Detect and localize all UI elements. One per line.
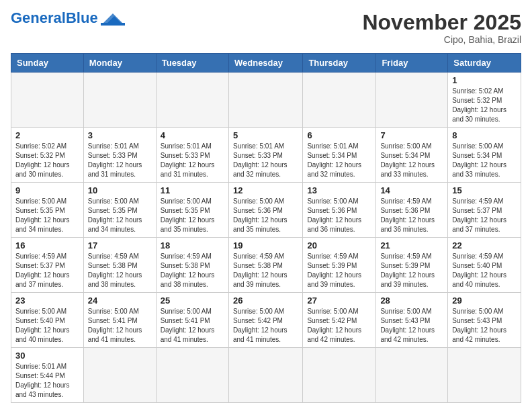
calendar-cell [303,73,376,128]
calendar-cell: 27Sunrise: 5:00 AMSunset: 5:42 PMDayligh… [303,293,376,348]
weekday-header: Tuesday [156,54,228,73]
day-number: 16 [15,240,79,250]
calendar-cell: 30Sunrise: 5:01 AMSunset: 5:44 PMDayligh… [11,348,84,403]
day-info: Sunrise: 4:59 AMSunset: 5:38 PMDaylight:… [161,252,224,289]
day-info: Sunrise: 4:59 AMSunset: 5:40 PMDaylight:… [452,252,517,289]
day-info: Sunrise: 5:01 AMSunset: 5:33 PMDaylight:… [161,142,224,179]
day-info: Sunrise: 4:59 AMSunset: 5:39 PMDaylight:… [380,252,443,289]
weekday-header: Friday [376,54,448,73]
logo: GeneralBlue [11,11,125,26]
calendar-cell: 19Sunrise: 4:59 AMSunset: 5:38 PMDayligh… [228,238,302,293]
day-number: 12 [233,185,298,195]
day-info: Sunrise: 4:59 AMSunset: 5:36 PMDaylight:… [380,197,443,234]
calendar-cell: 2Sunrise: 5:02 AMSunset: 5:32 PMDaylight… [11,128,84,183]
weekday-header: Wednesday [228,54,302,73]
weekday-header: Sunday [11,54,84,73]
day-number: 17 [88,240,152,250]
day-number: 10 [88,185,152,195]
calendar-cell: 28Sunrise: 5:00 AMSunset: 5:43 PMDayligh… [376,293,448,348]
day-number: 21 [380,240,443,250]
day-info: Sunrise: 5:01 AMSunset: 5:34 PMDaylight:… [307,142,371,179]
day-info: Sunrise: 4:59 AMSunset: 5:37 PMDaylight:… [15,252,79,289]
day-number: 30 [15,351,79,361]
calendar-week-row: 30Sunrise: 5:01 AMSunset: 5:44 PMDayligh… [11,348,521,403]
title-block: November 2025 Cipo, Bahia, Brazil [362,11,521,45]
logo-blue: Blue [66,9,98,26]
logo-text: GeneralBlue [11,11,98,26]
calendar-cell: 4Sunrise: 5:01 AMSunset: 5:33 PMDaylight… [156,128,228,183]
day-number: 27 [307,295,371,306]
calendar-cell [448,348,521,403]
day-number: 11 [161,185,224,195]
page-header: GeneralBlue November 2025 Cipo, Bahia, B… [11,11,521,45]
day-number: 25 [161,295,224,306]
calendar-cell [228,73,302,128]
calendar-cell [156,348,228,403]
calendar-cell: 26Sunrise: 5:00 AMSunset: 5:42 PMDayligh… [228,293,302,348]
day-info: Sunrise: 5:00 AMSunset: 5:42 PMDaylight:… [233,307,298,345]
day-number: 28 [380,295,443,306]
day-info: Sunrise: 4:59 AMSunset: 5:39 PMDaylight:… [307,252,371,289]
calendar-cell [228,348,302,403]
day-info: Sunrise: 5:00 AMSunset: 5:35 PMDaylight:… [161,197,224,234]
calendar-table: SundayMondayTuesdayWednesdayThursdayFrid… [11,53,521,403]
day-number: 13 [307,185,371,195]
calendar-cell [83,73,156,128]
day-info: Sunrise: 5:01 AMSunset: 5:44 PMDaylight:… [15,362,79,400]
calendar-cell: 22Sunrise: 4:59 AMSunset: 5:40 PMDayligh… [448,238,521,293]
calendar-cell: 14Sunrise: 4:59 AMSunset: 5:36 PMDayligh… [376,183,448,238]
day-info: Sunrise: 5:00 AMSunset: 5:36 PMDaylight:… [233,197,298,234]
calendar-cell: 24Sunrise: 5:00 AMSunset: 5:41 PMDayligh… [83,293,156,348]
month-title: November 2025 [362,11,521,34]
weekday-header: Monday [83,54,156,73]
weekday-header: Thursday [303,54,376,73]
calendar-cell: 11Sunrise: 5:00 AMSunset: 5:35 PMDayligh… [156,183,228,238]
calendar-cell [11,73,84,128]
calendar-cell: 18Sunrise: 4:59 AMSunset: 5:38 PMDayligh… [156,238,228,293]
day-info: Sunrise: 5:00 AMSunset: 5:42 PMDaylight:… [307,307,371,345]
day-info: Sunrise: 5:01 AMSunset: 5:33 PMDaylight:… [88,142,152,179]
calendar-cell: 20Sunrise: 4:59 AMSunset: 5:39 PMDayligh… [303,238,376,293]
svg-rect-2 [101,23,125,26]
calendar-week-row: 1Sunrise: 5:02 AMSunset: 5:32 PMDaylight… [11,73,521,128]
calendar-cell: 1Sunrise: 5:02 AMSunset: 5:32 PMDaylight… [448,73,521,128]
calendar-cell: 7Sunrise: 5:00 AMSunset: 5:34 PMDaylight… [376,128,448,183]
day-info: Sunrise: 5:00 AMSunset: 5:35 PMDaylight:… [88,197,152,234]
calendar-week-row: 9Sunrise: 5:00 AMSunset: 5:35 PMDaylight… [11,183,521,238]
calendar-week-row: 23Sunrise: 5:00 AMSunset: 5:40 PMDayligh… [11,293,521,348]
day-number: 22 [452,240,517,250]
calendar-cell [83,348,156,403]
day-info: Sunrise: 5:00 AMSunset: 5:36 PMDaylight:… [307,197,371,234]
location: Cipo, Bahia, Brazil [362,34,521,45]
calendar-cell [156,73,228,128]
calendar-cell: 12Sunrise: 5:00 AMSunset: 5:36 PMDayligh… [228,183,302,238]
day-number: 5 [233,130,298,140]
calendar-cell: 5Sunrise: 5:01 AMSunset: 5:33 PMDaylight… [228,128,302,183]
day-info: Sunrise: 5:00 AMSunset: 5:34 PMDaylight:… [380,142,443,179]
calendar-week-row: 2Sunrise: 5:02 AMSunset: 5:32 PMDaylight… [11,128,521,183]
logo-general: General [11,9,66,26]
day-info: Sunrise: 4:59 AMSunset: 5:38 PMDaylight:… [88,252,152,289]
day-number: 4 [161,130,224,140]
calendar-cell: 9Sunrise: 5:00 AMSunset: 5:35 PMDaylight… [11,183,84,238]
calendar-cell: 21Sunrise: 4:59 AMSunset: 5:39 PMDayligh… [376,238,448,293]
calendar-cell: 16Sunrise: 4:59 AMSunset: 5:37 PMDayligh… [11,238,84,293]
day-info: Sunrise: 5:00 AMSunset: 5:35 PMDaylight:… [15,197,79,234]
weekday-header: Saturday [448,54,521,73]
calendar-cell: 6Sunrise: 5:01 AMSunset: 5:34 PMDaylight… [303,128,376,183]
day-info: Sunrise: 5:02 AMSunset: 5:32 PMDaylight:… [15,142,79,179]
calendar-cell: 8Sunrise: 5:00 AMSunset: 5:34 PMDaylight… [448,128,521,183]
logo-icon [101,11,125,26]
calendar-cell: 29Sunrise: 5:00 AMSunset: 5:43 PMDayligh… [448,293,521,348]
day-info: Sunrise: 5:00 AMSunset: 5:40 PMDaylight:… [15,307,79,345]
day-number: 3 [88,130,152,140]
calendar-cell: 15Sunrise: 4:59 AMSunset: 5:37 PMDayligh… [448,183,521,238]
day-number: 29 [452,295,517,306]
calendar-cell: 23Sunrise: 5:00 AMSunset: 5:40 PMDayligh… [11,293,84,348]
day-info: Sunrise: 5:00 AMSunset: 5:34 PMDaylight:… [452,142,517,179]
calendar-cell: 13Sunrise: 5:00 AMSunset: 5:36 PMDayligh… [303,183,376,238]
day-number: 15 [452,185,517,195]
day-number: 26 [233,295,298,306]
day-info: Sunrise: 4:59 AMSunset: 5:37 PMDaylight:… [452,197,517,234]
day-number: 7 [380,130,443,140]
